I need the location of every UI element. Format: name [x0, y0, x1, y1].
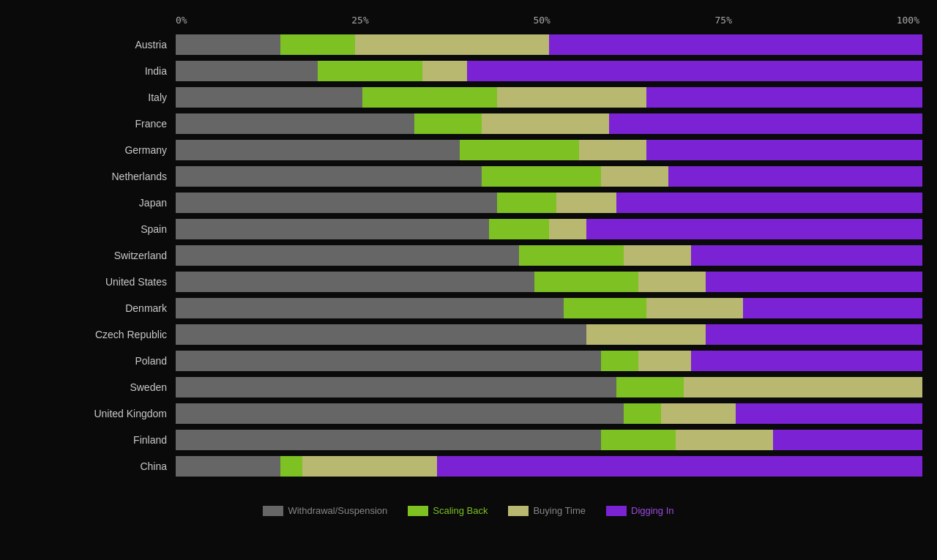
bar-segment [706, 324, 922, 345]
chart-container: 0%25%50%75%100% AustriaIndiaItalyFranceG… [0, 0, 937, 560]
table-row: Japan [15, 190, 922, 216]
country-label: France [15, 118, 176, 130]
country-label: China [15, 460, 176, 472]
bar-segment [616, 377, 684, 397]
table-row: Italy [15, 84, 922, 111]
bar-segment [489, 219, 549, 239]
legend-label-withdrawal: Withdrawal/Suspension [288, 505, 387, 516]
bar-segment [280, 34, 355, 55]
bar-track [176, 456, 922, 477]
bar-segment [362, 87, 497, 108]
bar-segment [176, 193, 497, 213]
bar-segment [482, 166, 601, 187]
bar-segment [422, 61, 467, 81]
bar-segment [638, 351, 690, 371]
bar-track [176, 166, 922, 187]
table-row: Austria [15, 31, 922, 58]
country-label: Italy [15, 92, 176, 103]
bar-segment [691, 351, 922, 371]
x-axis: 0%25%50%75%100% [176, 15, 922, 26]
bar-segment [176, 245, 519, 266]
bar-track [176, 140, 922, 160]
legend-swatch-buying [508, 506, 529, 516]
country-label: Sweden [15, 381, 176, 393]
table-row: Finland [15, 427, 922, 453]
x-axis-label: 25% [351, 15, 368, 26]
x-axis-label: 0% [176, 15, 187, 26]
bar-segment [601, 351, 638, 371]
bar-segment [736, 403, 922, 424]
bar-segment [176, 140, 460, 160]
bar-segment [280, 456, 303, 477]
x-axis-label: 100% [897, 15, 919, 26]
bar-segment [556, 193, 616, 213]
bar-segment [318, 61, 422, 81]
bar-segment [519, 245, 624, 266]
table-row: Germany [15, 137, 922, 163]
table-row: India [15, 58, 922, 84]
table-row: Denmark [15, 295, 922, 321]
bar-track [176, 193, 922, 213]
bar-segment [176, 61, 318, 81]
bar-segment [691, 245, 922, 266]
bar-segment [624, 245, 691, 266]
country-label: Finland [15, 434, 176, 446]
bar-segment [482, 113, 608, 134]
bar-segment [302, 456, 437, 477]
table-row: Czech Republic [15, 321, 922, 348]
bar-segment [549, 219, 586, 239]
bar-segment [176, 87, 362, 108]
country-label: India [15, 65, 176, 77]
bar-segment [176, 351, 601, 371]
bar-track [176, 61, 922, 81]
bar-segment [176, 272, 534, 292]
bar-segment [564, 298, 646, 318]
bar-segment [176, 113, 414, 134]
bar-segment [646, 140, 922, 160]
country-label: Poland [15, 355, 176, 367]
x-axis-label: 75% [715, 15, 732, 26]
bar-track [176, 245, 922, 266]
bar-segment [176, 298, 564, 318]
bar-segment [668, 166, 922, 187]
bar-segment [579, 140, 646, 160]
legend: Withdrawal/Suspension Scaling Back Buyin… [15, 505, 922, 516]
country-label: Netherlands [15, 171, 176, 182]
bar-segment [497, 87, 646, 108]
bar-segment [176, 456, 280, 477]
table-row: Spain [15, 216, 922, 242]
country-label: Spain [15, 223, 176, 235]
bar-segment [773, 430, 922, 450]
country-label: Austria [15, 39, 176, 51]
bar-segment [684, 377, 922, 397]
legend-label-scaling: Scaling Back [433, 505, 488, 516]
table-row: United States [15, 269, 922, 295]
bar-segment [609, 113, 922, 134]
bar-segment [176, 403, 624, 424]
table-row: Poland [15, 348, 922, 374]
bar-segment [586, 219, 922, 239]
bar-segment [467, 61, 922, 81]
country-label: Denmark [15, 302, 176, 314]
country-label: United Kingdom [15, 408, 176, 419]
table-row: China [15, 453, 922, 479]
legend-label-buying: Buying Time [533, 505, 586, 516]
bar-segment [176, 166, 482, 187]
bar-segment [706, 272, 922, 292]
bar-segment [176, 219, 489, 239]
bar-segment [646, 298, 744, 318]
bar-segment [743, 298, 922, 318]
legend-buying: Buying Time [508, 505, 586, 516]
bar-segment [676, 430, 773, 450]
bar-track [176, 87, 922, 108]
bar-segment [176, 377, 616, 397]
bar-segment [601, 430, 676, 450]
bar-track [176, 377, 922, 397]
bar-segment [616, 193, 922, 213]
table-row: Sweden [15, 374, 922, 400]
legend-scaling: Scaling Back [408, 505, 488, 516]
bar-segment [646, 87, 922, 108]
bar-track [176, 430, 922, 450]
legend-digging: Digging In [606, 505, 674, 516]
bar-track [176, 403, 922, 424]
